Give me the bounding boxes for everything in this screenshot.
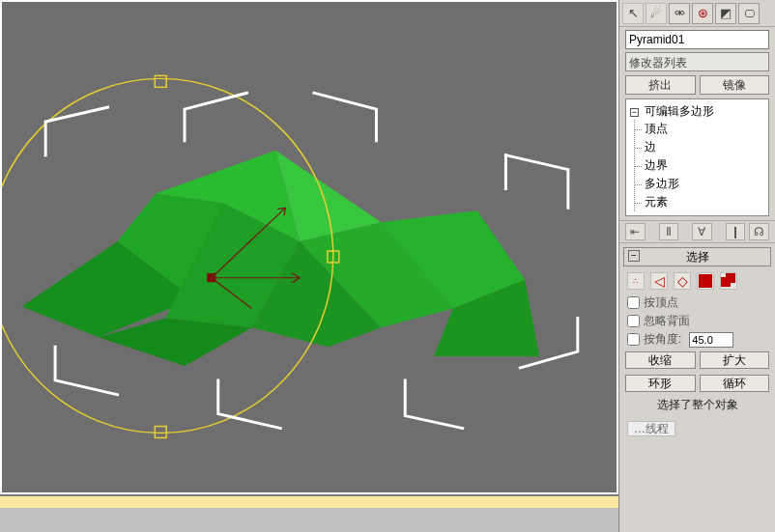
rollout-selection-header[interactable]: − 选择: [623, 247, 771, 266]
by-vertex-label: 按顶点: [644, 294, 678, 311]
partial-label: …线程: [627, 421, 675, 436]
timeline-strip: [0, 496, 618, 508]
mesh-object: [21, 151, 539, 366]
show-end-result-icon[interactable]: Ⅱ: [659, 223, 679, 240]
tree-item-polygon[interactable]: 多边形: [643, 175, 766, 193]
grow-button[interactable]: 扩大: [700, 351, 770, 369]
pin-stack-icon[interactable]: ⇤: [625, 223, 646, 240]
object-name-field-container: [625, 30, 769, 49]
modifier-list-dropdown[interactable]: 修改器列表: [625, 52, 769, 71]
tree-root-label[interactable]: 可编辑多边形: [645, 104, 714, 118]
ignore-backfacing-checkbox[interactable]: [627, 315, 640, 327]
modifier-stack[interactable]: − 可编辑多边形 顶点 边 边界 多边形 元素: [625, 98, 769, 216]
svg-rect-12: [155, 427, 166, 438]
svg-marker-17: [208, 274, 215, 282]
partial-controls: …线程: [619, 415, 775, 442]
viewport-canvas: [2, 2, 617, 492]
make-unique-icon[interactable]: ∀: [692, 223, 712, 240]
ring-button[interactable]: 环形: [625, 375, 696, 392]
configure-sets-icon[interactable]: ☊: [749, 223, 769, 240]
extrude-button[interactable]: 挤出: [625, 75, 696, 95]
tree-item-vertex[interactable]: 顶点: [643, 120, 766, 138]
ignore-backfacing-label: 忽略背面: [644, 313, 690, 329]
motion-tab-icon[interactable]: ⊛: [692, 3, 713, 24]
hierarchy-tab-icon[interactable]: ⚮: [669, 3, 690, 24]
by-angle-checkbox[interactable]: [627, 333, 640, 346]
tree-collapse-icon[interactable]: −: [630, 108, 639, 117]
command-panel: ↖ ☄ ⚮ ⊛ ◩ 🖵 修改器列表 挤出 镜像 − 可编辑多边形 顶点 边 边界…: [618, 0, 775, 532]
selection-status-text: 选择了整个对象: [619, 395, 775, 415]
subobj-element-icon[interactable]: [720, 272, 737, 290]
subobj-edge-icon[interactable]: ◁: [650, 272, 668, 290]
create-tab-icon[interactable]: ↖: [622, 3, 644, 24]
svg-rect-11: [155, 75, 166, 87]
rollout-toggle-icon[interactable]: −: [628, 250, 640, 262]
tree-item-element[interactable]: 元素: [643, 193, 766, 211]
loop-button[interactable]: 循环: [700, 375, 770, 392]
subobj-polygon-icon[interactable]: [697, 272, 714, 290]
remove-modifier-icon[interactable]: ❙: [726, 223, 746, 240]
command-panel-tabs: ↖ ☄ ⚮ ⊛ ◩ 🖵: [619, 0, 775, 27]
subobj-vertex-icon[interactable]: ∴: [627, 272, 645, 290]
utilities-tab-icon[interactable]: 🖵: [738, 3, 760, 24]
subobj-border-icon[interactable]: ◇: [674, 272, 691, 290]
display-tab-icon[interactable]: ◩: [715, 3, 736, 24]
modifier-stack-toolbar: ⇤ Ⅱ ∀ ❙ ☊: [619, 220, 775, 243]
shrink-button[interactable]: 收缩: [625, 351, 696, 369]
subobject-level-icons: ∴ ◁ ◇: [619, 268, 775, 294]
mirror-button[interactable]: 镜像: [700, 75, 770, 95]
angle-value-input[interactable]: [689, 332, 733, 348]
by-vertex-checkbox[interactable]: [627, 296, 640, 309]
tree-item-border[interactable]: 边界: [643, 156, 766, 175]
modify-tab-icon[interactable]: ☄: [646, 3, 667, 24]
by-angle-label: 按角度:: [644, 331, 681, 348]
viewport[interactable]: [0, 0, 618, 494]
tree-item-edge[interactable]: 边: [643, 138, 766, 156]
rollout-selection-title: 选择: [686, 250, 709, 264]
object-name-input[interactable]: [625, 30, 769, 49]
modifier-list-label: 修改器列表: [629, 56, 687, 70]
